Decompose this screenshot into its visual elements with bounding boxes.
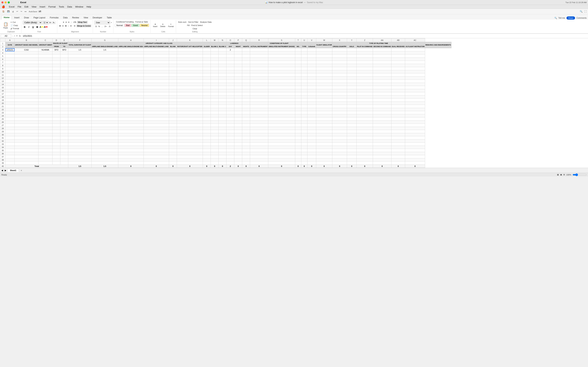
row-num-1[interactable]: 1 <box>0 42 5 45</box>
total-actual-inst[interactable]: 0 <box>250 165 268 168</box>
total-solo[interactable]: 0 <box>332 165 347 168</box>
col-header-M[interactable]: M <box>211 38 219 42</box>
total-dual-received[interactable]: 0 <box>373 165 391 168</box>
analyse-data-button[interactable]: Analyse Data <box>199 21 212 23</box>
total-last[interactable]: 0 <box>405 165 425 168</box>
menu-tools[interactable]: Tools <box>57 5 65 8</box>
col-header-G[interactable]: G <box>92 38 118 42</box>
percent-button[interactable]: % <box>98 25 101 28</box>
formula-input[interactable]: 1/01/2021 <box>22 35 587 37</box>
view-normal-icon[interactable]: ▦ <box>557 174 559 176</box>
cell-U3[interactable] <box>301 48 307 51</box>
align-center-button[interactable]: ≡ <box>62 24 64 27</box>
col-header-J[interactable]: J <box>169 38 177 42</box>
sort-filter-button[interactable]: Sort & Filter <box>187 21 199 23</box>
menu-window[interactable]: Window <box>74 5 85 8</box>
share-button[interactable]: Share <box>566 17 575 20</box>
cell-O3[interactable]: 2 <box>226 48 234 51</box>
tab-formulas[interactable]: Formulas <box>48 16 61 20</box>
col-header-I[interactable]: I <box>144 38 169 42</box>
font-decrease-button[interactable]: A↓ <box>52 21 56 24</box>
total-blank3[interactable]: 0 <box>219 165 226 168</box>
cell-B3[interactable]: C152 <box>15 48 38 51</box>
menu-data[interactable]: Data <box>66 5 73 8</box>
cell-Q3[interactable] <box>242 48 250 51</box>
nav-prev-sheet[interactable]: ◀ <box>1 169 4 172</box>
cell-C3[interactable]: N146WA <box>38 48 52 51</box>
total-label[interactable]: Total <box>5 165 68 168</box>
add-sheet-button[interactable]: + <box>19 169 24 172</box>
cell-E3[interactable]: SFO <box>60 48 68 51</box>
indent-increase-button[interactable]: ⇥ <box>73 24 76 27</box>
total-cross-country[interactable]: 0 <box>316 165 332 168</box>
apple-menu[interactable]: 🍎 <box>1 5 6 9</box>
cell-N3[interactable] <box>219 48 226 51</box>
cell-Y3[interactable] <box>347 48 356 51</box>
align-top-right-button[interactable]: ≡ <box>68 21 70 24</box>
close-button[interactable] <box>1 1 3 3</box>
tab-draw[interactable]: Draw <box>22 16 31 20</box>
total-me-land[interactable]: 0 <box>144 165 169 168</box>
tab-page-layout[interactable]: Page Layout <box>31 16 47 20</box>
col-header-H[interactable]: H <box>118 38 144 42</box>
search-icon[interactable]: 🔍 <box>580 10 583 13</box>
total-as-fi[interactable]: 0 <box>391 165 405 168</box>
currency-button[interactable]: $ <box>95 25 97 28</box>
total-sim-inst[interactable]: 0 <box>268 165 295 168</box>
align-left-button[interactable]: ⬅ <box>59 24 61 27</box>
total-pic[interactable]: 0 <box>347 165 356 168</box>
format-button[interactable]: ≡ Format <box>167 23 175 28</box>
row-num-3[interactable]: 3 <box>0 48 5 51</box>
more-icon[interactable]: ••• <box>24 10 27 13</box>
cell-K3[interactable] <box>177 48 203 51</box>
cell-AC3[interactable] <box>405 48 425 51</box>
clear-button[interactable]: Clear <box>192 27 198 30</box>
col-header-Z[interactable]: Z <box>356 38 373 42</box>
menu-insert[interactable]: Insert <box>38 5 47 8</box>
conditional-formatting-button[interactable]: Conditional Formatting <box>115 21 134 23</box>
total-night[interactable]: 0 <box>234 165 242 168</box>
cell-P3[interactable] <box>234 48 242 51</box>
sheet-table-wrapper[interactable]: A B C D E F G H I J K L M N O P Q <box>0 38 588 168</box>
insert-button[interactable]: ⊕ Insert <box>152 23 158 28</box>
cell-A4[interactable] <box>5 51 15 55</box>
cell-R3[interactable] <box>250 48 268 51</box>
wrap-text-button[interactable]: Wrap Text <box>77 21 88 24</box>
align-right-button[interactable]: ➡ <box>64 24 67 27</box>
delete-button[interactable]: ⊖ Delete <box>159 23 166 28</box>
style-good[interactable]: Good <box>131 24 139 27</box>
style-normal[interactable]: Normal <box>115 24 124 27</box>
check-icon[interactable]: ✓ <box>14 35 15 37</box>
tab-developer[interactable]: Developer <box>90 16 104 20</box>
menu-format[interactable]: Format <box>47 5 57 8</box>
nav-next-sheet[interactable]: ▶ <box>4 169 7 172</box>
total-blank[interactable]: 0 <box>169 165 177 168</box>
autosum-button[interactable]: Auto-sum <box>177 21 187 23</box>
col-header-V[interactable]: V <box>307 38 316 42</box>
col-header-Y[interactable]: Y <box>347 38 356 42</box>
font-color-button[interactable]: A <box>44 25 48 29</box>
style-neutral[interactable]: Neutral <box>140 24 149 27</box>
col-header-O[interactable]: O <box>226 38 234 42</box>
total-duration[interactable]: 1.5 <box>68 165 92 168</box>
view-layout-icon[interactable]: ▣ <box>560 174 562 176</box>
cell-M3[interactable] <box>211 48 219 51</box>
total-col6[interactable]: 0 <box>307 165 316 168</box>
col-header-AC[interactable]: AC <box>405 38 425 42</box>
font-increase-button[interactable]: A↑ <box>49 21 52 24</box>
redo-icon[interactable]: ↪ <box>20 10 23 13</box>
total-type[interactable]: 0 <box>301 165 307 168</box>
col-header-AA[interactable]: AA <box>373 38 391 42</box>
total-no[interactable]: 0 <box>295 165 301 168</box>
cell-T3[interactable] <box>295 48 301 51</box>
row-num-2[interactable]: 2 <box>0 45 5 48</box>
paste-button[interactable]: 📋 Paste <box>2 21 9 30</box>
maximize-button[interactable] <box>8 1 10 3</box>
cell-F3[interactable]: 1.5 <box>68 48 92 51</box>
total-sic[interactable]: 0 <box>356 165 373 168</box>
col-header-A[interactable]: A <box>5 38 15 42</box>
cell-W3[interactable] <box>316 48 332 51</box>
align-top-center-button[interactable]: ≡ <box>65 21 67 24</box>
cell-D3[interactable]: SFO <box>52 48 60 51</box>
tab-data[interactable]: Data <box>61 16 70 20</box>
